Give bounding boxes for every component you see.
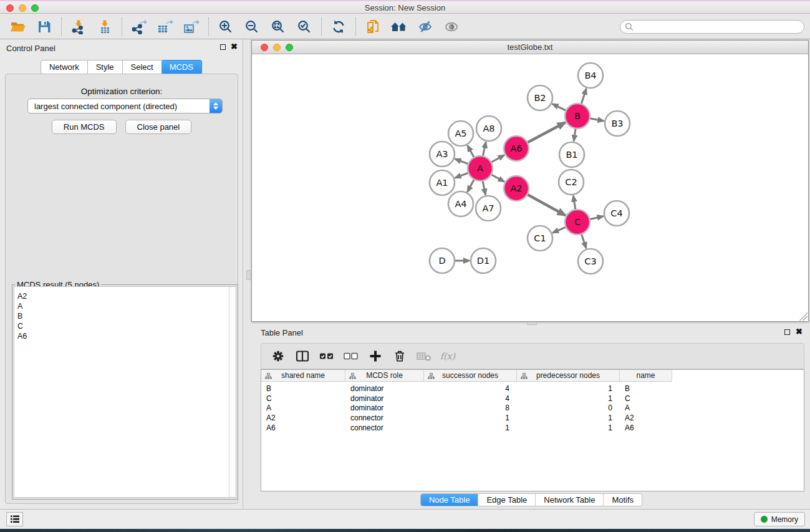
result-scrollbar[interactable] (229, 287, 236, 497)
table-cell: B (261, 384, 345, 394)
import-table-icon[interactable] (92, 16, 118, 37)
column-header-shared-name[interactable]: shared name (261, 370, 345, 382)
column-header-MCDS-role[interactable]: MCDS role (345, 370, 424, 382)
graph-node-A1[interactable]: A1 (430, 170, 455, 195)
tree-hierarchy-icon (428, 372, 435, 381)
graph-node-D1[interactable]: D1 (471, 248, 496, 273)
delete-column-icon[interactable] (390, 347, 409, 365)
table-row[interactable]: Bdominator41B (261, 384, 804, 394)
home-view-icon[interactable] (386, 16, 412, 37)
export-image-icon[interactable] (178, 16, 205, 37)
delete-table-icon[interactable] (415, 347, 433, 365)
app-title: Session: New Session (0, 3, 810, 12)
window-resize-grip[interactable] (799, 312, 808, 321)
svg-text:B3: B3 (611, 118, 623, 128)
table-panel-float-icon[interactable] (784, 329, 790, 335)
clear-checkboxes-icon[interactable] (342, 347, 360, 365)
graph-node-D[interactable]: D (430, 248, 455, 273)
export-network-icon[interactable] (126, 16, 152, 37)
graph-node-A8[interactable]: A8 (476, 116, 501, 141)
import-network-icon[interactable] (65, 16, 92, 37)
table-row[interactable]: A6connector11A6 (261, 423, 804, 433)
graph-node-B2[interactable]: B2 (528, 85, 552, 110)
tab-node-table[interactable]: Node Table (421, 494, 478, 506)
open-session-icon[interactable] (5, 16, 31, 37)
add-column-icon[interactable] (366, 347, 385, 365)
table-cell: connector (345, 423, 424, 433)
tab-edge-table[interactable]: Edge Table (478, 494, 535, 506)
graph-node-C[interactable]: C (565, 210, 590, 235)
column-header-name[interactable]: name (620, 370, 672, 382)
memory-status-dot (761, 516, 768, 523)
run-mcds-button[interactable]: Run MCDS (52, 120, 117, 134)
graph-node-A7[interactable]: A7 (476, 196, 501, 221)
tab-select[interactable]: Select (123, 60, 162, 74)
graph-node-A5[interactable]: A5 (448, 121, 473, 146)
result-item[interactable]: A6 (17, 331, 236, 341)
graph-node-C2[interactable]: C2 (559, 170, 584, 195)
function-builder-icon[interactable]: f(x) (439, 347, 458, 365)
tab-motifs[interactable]: Motifs (603, 494, 642, 506)
graph-node-A6[interactable]: A6 (504, 136, 529, 161)
result-item[interactable]: A (17, 301, 236, 311)
svg-text:B2: B2 (534, 93, 546, 103)
close-panel-button[interactable]: Close panel (125, 120, 192, 134)
table-panel-close-icon[interactable]: ✖ (796, 329, 803, 335)
column-header-successor-nodes[interactable]: successor nodes (424, 370, 517, 382)
zoom-out-icon[interactable] (239, 16, 265, 37)
table-cell: A6 (261, 423, 345, 433)
table-cell: 1 (517, 394, 620, 404)
graph-node-B[interactable]: B (565, 104, 590, 128)
network-window-titlebar[interactable]: testGlobe.txt (252, 41, 808, 54)
table-row[interactable]: Adominator80A (261, 404, 804, 414)
table-cell: 1 (517, 414, 620, 423)
select-all-checkboxes-icon[interactable] (317, 347, 336, 365)
graph-edge-A2-C[interactable] (525, 193, 566, 216)
table-row[interactable]: A2connector11A2 (261, 414, 804, 423)
table-row[interactable]: Cdominator41C (261, 394, 804, 404)
new-network-icon[interactable] (360, 16, 386, 37)
graph-node-B4[interactable]: B4 (578, 63, 603, 88)
main-toolbar (0, 14, 810, 39)
optimization-criterion-select[interactable]: largest connected component (directed) (27, 99, 223, 114)
result-item[interactable]: A2 (17, 291, 236, 301)
graph-node-B1[interactable]: B1 (559, 142, 584, 167)
task-history-button[interactable] (6, 512, 23, 526)
network-canvas[interactable]: B4B2BB3B1A5A8A6A3AA1C2A2A4A7CC4C1C3DD1 (252, 54, 808, 321)
svg-text:A8: A8 (483, 123, 494, 133)
result-item[interactable]: B (17, 311, 236, 321)
search-input[interactable] (620, 20, 804, 34)
mcds-tab-content: Optimization criterion: largest connecte… (5, 74, 238, 504)
graph-node-A[interactable]: A (468, 156, 493, 181)
graph-node-C3[interactable]: C3 (578, 249, 603, 274)
tab-style[interactable]: Style (88, 60, 123, 74)
graph-edge-A6-B[interactable] (525, 122, 565, 143)
result-item[interactable]: C (17, 321, 236, 331)
svg-text:B4: B4 (584, 70, 596, 80)
column-header-predecessor-nodes[interactable]: predecessor nodes (517, 370, 620, 382)
control-panel-float-icon[interactable] (220, 44, 226, 50)
graph-node-A3[interactable]: A3 (430, 142, 455, 167)
refresh-layout-icon[interactable] (325, 16, 352, 37)
graph-node-A2[interactable]: A2 (504, 176, 529, 201)
export-table-icon[interactable] (152, 16, 178, 37)
graph-node-C4[interactable]: C4 (604, 201, 629, 226)
split-columns-icon[interactable] (293, 347, 312, 365)
memory-button[interactable]: Memory (754, 512, 805, 526)
zoom-in-icon[interactable] (213, 16, 239, 37)
graph-node-C1[interactable]: C1 (528, 226, 552, 251)
tab-mcds[interactable]: MCDS (162, 60, 202, 74)
splitpane-divider-vertical[interactable] (246, 270, 251, 280)
tab-network-table[interactable]: Network Table (535, 494, 603, 506)
graph-node-A4[interactable]: A4 (448, 191, 473, 216)
zoom-selected-icon[interactable] (291, 16, 317, 37)
control-panel-close-icon[interactable]: ✖ (231, 44, 238, 50)
save-session-icon[interactable] (31, 16, 57, 37)
tab-network[interactable]: Network (41, 60, 88, 74)
show-panel-icon[interactable] (438, 16, 465, 37)
zoom-fit-icon[interactable] (265, 16, 291, 37)
hide-panel-icon[interactable] (412, 16, 438, 37)
graph-node-B3[interactable]: B3 (605, 111, 630, 136)
svg-text:A2: A2 (510, 183, 522, 193)
table-settings-icon[interactable] (269, 347, 287, 365)
